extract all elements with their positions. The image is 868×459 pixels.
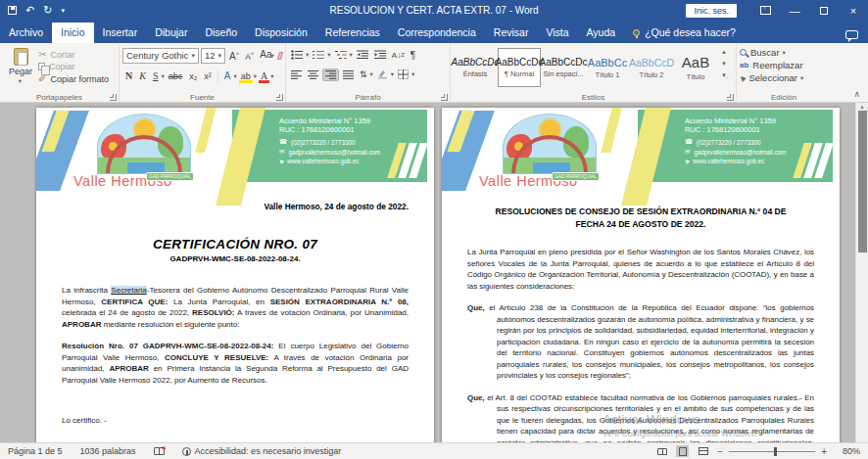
shrink-font-button[interactable]: A˅ (243, 46, 256, 65)
restore-button[interactable] (809, 0, 839, 21)
close-button[interactable]: × (839, 0, 868, 21)
justify-button[interactable] (341, 69, 356, 80)
tab-dibujar[interactable]: Dibujar (146, 23, 196, 43)
print-layout-button[interactable] (676, 445, 689, 457)
show-marks-button[interactable]: ¶ (409, 49, 417, 62)
accessibility-status[interactable]: Accesibilidad: es necesario investigar (182, 446, 342, 456)
style-titulo1[interactable]: AaBbCcTítulo 1 (586, 48, 629, 87)
zoom-in-button[interactable]: + (821, 446, 827, 457)
borders-dropdown-icon[interactable]: ▾ (411, 70, 414, 78)
multilevel-dropdown-icon[interactable]: ▾ (350, 51, 353, 59)
font-size-select[interactable]: 12▾ (201, 48, 225, 64)
highlight-dropdown-icon[interactable]: ▾ (254, 72, 257, 80)
tab-revisar[interactable]: Revisar (485, 23, 538, 43)
undo-icon[interactable]: ↶ (25, 5, 34, 16)
zoom-out-button[interactable]: − (717, 446, 723, 457)
line-spacing-button[interactable]: ⇅ (358, 69, 369, 80)
select-dropdown-icon[interactable]: ▾ (800, 74, 803, 82)
increase-indent-button[interactable] (372, 49, 388, 61)
copy-button[interactable]: Copiar (38, 62, 109, 71)
style-normal[interactable]: AaBbCcDc¶ Normal (498, 48, 541, 87)
underline-dropdown-icon[interactable]: ▾ (161, 72, 164, 80)
underline-button[interactable]: S (150, 69, 162, 84)
superscript-button[interactable]: x² (201, 69, 215, 84)
strikethrough-button[interactable]: abc (166, 69, 186, 84)
tab-diseno[interactable]: Diseño (196, 23, 246, 43)
style-enfasis[interactable]: AaBbCcDcÉnfasis (454, 48, 497, 87)
bullets-button[interactable] (289, 49, 305, 61)
font-color-button[interactable]: A (258, 69, 270, 84)
paste-dropdown-icon[interactable]: ▾ (19, 77, 22, 85)
change-case-button[interactable]: Aa▾ (258, 47, 276, 64)
tell-me-box[interactable]: ¿Qué desea hacer? (624, 23, 745, 43)
vertical-scrollbar[interactable]: ▲ (855, 103, 868, 442)
replace-button[interactable]: abReemplazar (740, 60, 828, 70)
paragraph-dialog-launcher[interactable] (441, 94, 448, 101)
cut-button[interactable]: ✂Cortar (38, 49, 109, 60)
multilevel-list-button[interactable] (333, 49, 349, 61)
page-1[interactable]: Acuerdo Ministerial N° 1359 RUC : 176812… (36, 108, 434, 442)
grow-font-button[interactable]: A˄ (227, 46, 241, 65)
select-button[interactable]: ▶Seleccionar▾ (740, 72, 828, 83)
styles-scroll-down-icon[interactable]: ▼ (721, 61, 727, 67)
paste-button[interactable]: Pegar ▾ (3, 46, 38, 91)
subscript-button[interactable]: x₂ (186, 69, 200, 84)
minimize-button[interactable]: — (780, 0, 809, 21)
tab-insertar[interactable]: Insertar (94, 23, 147, 43)
ribbon-display-options-button[interactable] (750, 0, 780, 21)
tab-vista[interactable]: Vista (537, 23, 577, 43)
find-dropdown-icon[interactable]: ▾ (783, 49, 786, 57)
sort-button[interactable]: A↓Z (390, 50, 407, 61)
tab-disposicion[interactable]: Disposición (246, 23, 316, 43)
find-button[interactable]: Buscar▾ (740, 47, 828, 58)
clear-formatting-icon[interactable] (277, 52, 283, 60)
font-color-dropdown-icon[interactable]: ▾ (270, 72, 273, 80)
style-sin-espaciado[interactable]: AaBbCcDcSin espaci... (542, 48, 585, 87)
align-right-button[interactable] (322, 69, 339, 81)
styles-more-icon[interactable]: ▼̱ (721, 72, 727, 78)
styles-scroll-up-icon[interactable]: ▲ (721, 49, 727, 55)
page-2[interactable]: Acuerdo Ministerial N° 1359 RUC : 176812… (442, 108, 840, 442)
web-layout-button[interactable] (697, 445, 709, 457)
scrollbar-thumb[interactable] (858, 111, 867, 252)
zoom-percentage[interactable]: 80% (835, 446, 860, 456)
tab-referencias[interactable]: Referencias (316, 23, 389, 43)
collapse-ribbon-button[interactable]: ∧ (853, 89, 860, 99)
word-count[interactable]: 1036 palabras (80, 446, 136, 456)
numbering-button[interactable] (311, 49, 326, 61)
decrease-indent-button[interactable] (355, 49, 370, 61)
text-effects-button[interactable]: A (221, 69, 234, 84)
styles-dialog-launcher[interactable] (727, 94, 734, 101)
style-titulo[interactable]: AaBTítulo (674, 48, 717, 87)
save-icon[interactable] (8, 6, 17, 15)
customize-qat-icon[interactable]: ▾ (61, 7, 65, 14)
scroll-up-icon[interactable]: ▲ (859, 104, 865, 110)
font-family-select[interactable]: Century Gothic▾ (122, 48, 199, 64)
sign-in-button[interactable]: Inic. ses. (686, 4, 737, 18)
text-effects-dropdown-icon[interactable]: ▾ (233, 72, 236, 80)
align-center-button[interactable] (306, 69, 320, 80)
numbering-dropdown-icon[interactable]: ▾ (327, 51, 330, 59)
borders-button[interactable] (396, 69, 410, 80)
style-titulo2[interactable]: AaBbCcDTítulo 2 (630, 48, 673, 87)
zoom-slider[interactable] (729, 451, 815, 452)
bold-button[interactable]: N (122, 69, 135, 84)
clipboard-dialog-launcher[interactable] (110, 94, 117, 101)
feedback-icon[interactable] (845, 30, 858, 39)
tab-inicio[interactable]: Inicio (52, 23, 94, 43)
font-dialog-launcher[interactable] (276, 94, 283, 101)
proofing-status[interactable] (154, 447, 165, 455)
page-indicator[interactable]: Página 1 de 5 (8, 446, 63, 456)
line-spacing-dropdown-icon[interactable]: ▾ (370, 70, 373, 78)
tab-archivo[interactable]: Archivo (0, 23, 52, 43)
tab-correspondencia[interactable]: Correspondencia (389, 23, 485, 43)
read-mode-button[interactable] (655, 445, 668, 457)
zoom-slider-thumb[interactable] (774, 447, 777, 456)
align-left-button[interactable] (289, 69, 304, 80)
tab-ayuda[interactable]: Ayuda (578, 23, 625, 43)
shading-button[interactable] (375, 69, 390, 80)
italic-button[interactable]: K (136, 69, 149, 84)
shading-dropdown-icon[interactable]: ▾ (391, 70, 394, 78)
redo-icon[interactable]: ↻ (43, 5, 52, 16)
highlight-color-button[interactable]: ab (238, 69, 254, 84)
